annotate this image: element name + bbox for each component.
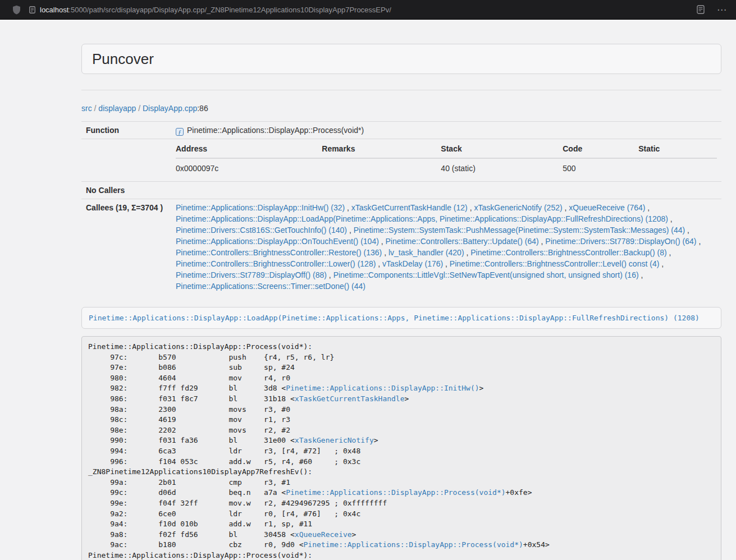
cell-static bbox=[638, 158, 717, 178]
asm-text: 9ac: b180 cbz r0, 9d0 < bbox=[88, 540, 304, 549]
asm-text: 99c: d06d beq.n a7a < bbox=[88, 488, 286, 497]
breadcrumb-link[interactable]: src bbox=[81, 104, 92, 113]
callee-link[interactable]: Pinetime::Drivers::St7789::DisplayOff() … bbox=[176, 270, 327, 279]
asm-line: 99a: 2b01 cmp r3, #1 bbox=[88, 478, 715, 488]
cell-code: 500 bbox=[563, 158, 638, 178]
callee-link[interactable]: Pinetime::Applications::DisplayApp::Load… bbox=[176, 214, 668, 223]
col-remarks: Remarks bbox=[322, 142, 441, 158]
empty-row-label bbox=[81, 139, 171, 182]
breadcrumb-separator: / bbox=[92, 104, 99, 113]
table-row: Function ƒPinetime::Applications::Displa… bbox=[81, 122, 721, 139]
asm-line: 9ac: b180 cbz r0, 9d0 <Pinetime::Applica… bbox=[88, 540, 715, 550]
asm-line: 994: 6ca3 ldr r3, [r4, #72] ; 0x48 bbox=[88, 446, 715, 457]
asm-text: 98e: 2202 movs r2, #2 bbox=[88, 426, 290, 434]
shield-icon[interactable] bbox=[12, 5, 21, 15]
callee-link[interactable]: Pinetime::Applications::Screens::Timer::… bbox=[176, 282, 365, 291]
asm-text: 99e: f04f 32ff mov.w r2, #4294967295 ; 0… bbox=[88, 499, 387, 507]
asm-text: > bbox=[479, 384, 484, 392]
asm-text: Pinetime::Applications::DisplayApp::Proc… bbox=[88, 342, 312, 351]
asm-text: 9a8: f02f fd56 bl 30458 < bbox=[88, 530, 295, 539]
app-header: Puncover bbox=[81, 44, 721, 74]
callee-link[interactable]: xQueueReceive (764) bbox=[569, 203, 645, 212]
divider bbox=[81, 90, 721, 90]
callee-separator: , bbox=[382, 248, 388, 257]
col-code: Code bbox=[563, 142, 638, 158]
asm-line: Pinetime::Applications::DisplayApp::Proc… bbox=[88, 550, 715, 560]
asm-text: 9a2: 6ce0 ldr r0, [r4, #76] ; 0x4c bbox=[88, 509, 360, 518]
breadcrumb-link[interactable]: DisplayApp.cpp bbox=[143, 104, 197, 113]
asm-line: _ZN8Pinetime12Applications10DisplayApp7R… bbox=[88, 467, 715, 478]
callee-link[interactable]: vTaskDelay (176) bbox=[382, 259, 443, 268]
asm-line: 97e: b086 sub sp, #24 bbox=[88, 362, 715, 373]
metrics-value-row: 0x0000097c 40 (static) 500 bbox=[176, 158, 717, 178]
callee-link[interactable]: Pinetime::System::SystemTask::PushMessag… bbox=[354, 226, 685, 235]
callee-link[interactable]: Pinetime::Components::LittleVgl::SetNewT… bbox=[333, 270, 639, 279]
callee-link[interactable]: Pinetime::Drivers::Cst816S::GetTouchInfo… bbox=[176, 226, 347, 235]
asm-symbol-link[interactable]: xQueueReceive bbox=[295, 530, 352, 539]
callee-separator: , bbox=[645, 203, 650, 212]
asm-text: 996: f104 053c add.w r5, r4, #60 ; 0x3c bbox=[88, 457, 360, 466]
asm-line: 97c: b570 push {r4, r5, r6, lr} bbox=[88, 352, 715, 363]
callee-separator: , bbox=[468, 203, 474, 212]
line-number: :86 bbox=[197, 104, 208, 113]
symbol-header-link[interactable]: Pinetime::Applications::DisplayApp::Load… bbox=[89, 314, 700, 322]
callee-link[interactable]: Pinetime::Controllers::BrightnessControl… bbox=[176, 259, 376, 268]
asm-line: 980: 4604 mov r4, r0 bbox=[88, 373, 715, 384]
callee-link[interactable]: xTaskGenericNotify (252) bbox=[474, 203, 562, 212]
metrics-table: Address Remarks Stack Code Static 0x0000… bbox=[176, 142, 717, 178]
callee-link[interactable]: Pinetime::Controllers::Battery::Update()… bbox=[386, 237, 539, 246]
reader-mode-icon[interactable] bbox=[697, 5, 705, 14]
function-name-cell: ƒPinetime::Applications::DisplayApp::Pro… bbox=[171, 122, 721, 139]
callee-link[interactable]: xTaskGetCurrentTaskHandle (12) bbox=[351, 203, 468, 212]
asm-text: 982: f7ff fd29 bl 3d8 < bbox=[88, 384, 286, 392]
cell-address: 0x0000097c bbox=[176, 158, 322, 178]
url-host: localhost bbox=[40, 6, 68, 14]
page-icon bbox=[29, 6, 35, 13]
asm-line: 99e: f04f 32ff mov.w r2, #4294967295 ; 0… bbox=[88, 498, 715, 509]
asm-line: Pinetime::Applications::DisplayApp::Proc… bbox=[88, 342, 715, 352]
callee-link[interactable]: Pinetime::Controllers::BrightnessControl… bbox=[176, 248, 382, 257]
callee-separator: , bbox=[443, 259, 450, 268]
asm-symbol-link[interactable]: Pinetime::Applications::DisplayApp::Proc… bbox=[286, 488, 505, 497]
asm-text: > bbox=[352, 530, 356, 539]
callee-link[interactable]: Pinetime::Applications::DisplayApp::Init… bbox=[176, 203, 345, 212]
function-type-icon: ƒ bbox=[176, 128, 184, 136]
metrics-header-row: Address Remarks Stack Code Static bbox=[176, 142, 717, 158]
no-callers-cell bbox=[171, 182, 721, 199]
table-row: No Callers bbox=[81, 182, 721, 199]
col-stack: Stack bbox=[441, 142, 563, 158]
breadcrumb-link[interactable]: displayapp bbox=[98, 104, 136, 113]
asm-text: +0x54> bbox=[523, 540, 550, 549]
callee-separator: , bbox=[539, 237, 546, 246]
asm-text: 98c: 4619 mov r1, r3 bbox=[88, 415, 290, 424]
asm-symbol-link[interactable]: Pinetime::Applications::DisplayApp::Init… bbox=[286, 384, 479, 392]
no-callers-label: No Callers bbox=[81, 182, 171, 199]
address-bar[interactable]: localhost:5000/path/src/displayapp/Displ… bbox=[29, 6, 685, 14]
asm-symbol-link[interactable]: Pinetime::Applications::DisplayApp::Proc… bbox=[304, 540, 523, 549]
overflow-menu-icon[interactable]: ⋯ bbox=[717, 5, 727, 15]
asm-line: 98a: 2300 movs r3, #0 bbox=[88, 405, 715, 415]
breadcrumb: src / displayapp / DisplayApp.cpp:86 bbox=[81, 103, 721, 114]
metrics-cell: Address Remarks Stack Code Static 0x0000… bbox=[171, 139, 721, 182]
callee-link[interactable]: Pinetime::Controllers::BrightnessControl… bbox=[470, 248, 666, 257]
callee-link[interactable]: lv_task_handler (420) bbox=[388, 248, 464, 257]
table-row: Callees (19, Σ=3704 ) Pinetime::Applicat… bbox=[81, 199, 721, 295]
asm-text: 97c: b570 push {r4, r5, r6, lr} bbox=[88, 353, 334, 361]
asm-text: > bbox=[374, 436, 378, 444]
callee-link[interactable]: Pinetime::Controllers::BrightnessControl… bbox=[450, 259, 659, 268]
function-row-label: Function bbox=[81, 122, 171, 139]
asm-line: 986: f031 f8c7 bl 31b18 <xTaskGetCurrent… bbox=[88, 394, 715, 405]
cell-stack: 40 (static) bbox=[441, 158, 563, 178]
asm-symbol-link[interactable]: xTaskGenericNotify bbox=[295, 436, 374, 444]
url-path: :5000/path/src/displayapp/DisplayApp.cpp… bbox=[68, 6, 391, 14]
callee-separator: , bbox=[667, 248, 671, 257]
callee-separator: , bbox=[347, 226, 354, 235]
asm-symbol-link[interactable]: xTaskGetCurrentTaskHandle bbox=[295, 394, 405, 403]
callee-link[interactable]: Pinetime::Drivers::St7789::DisplayOn() (… bbox=[545, 237, 696, 246]
asm-text: 98a: 2300 movs r3, #0 bbox=[88, 405, 290, 414]
browser-actions: ⋯ bbox=[697, 5, 727, 15]
asm-line: 9a4: f10d 010b add.w r1, sp, #11 bbox=[88, 519, 715, 530]
callee-link[interactable]: Pinetime::Applications::DisplayApp::OnTo… bbox=[176, 237, 379, 246]
asm-text: Pinetime::Applications::DisplayApp::Proc… bbox=[88, 551, 312, 559]
breadcrumb-separator: / bbox=[136, 104, 143, 113]
